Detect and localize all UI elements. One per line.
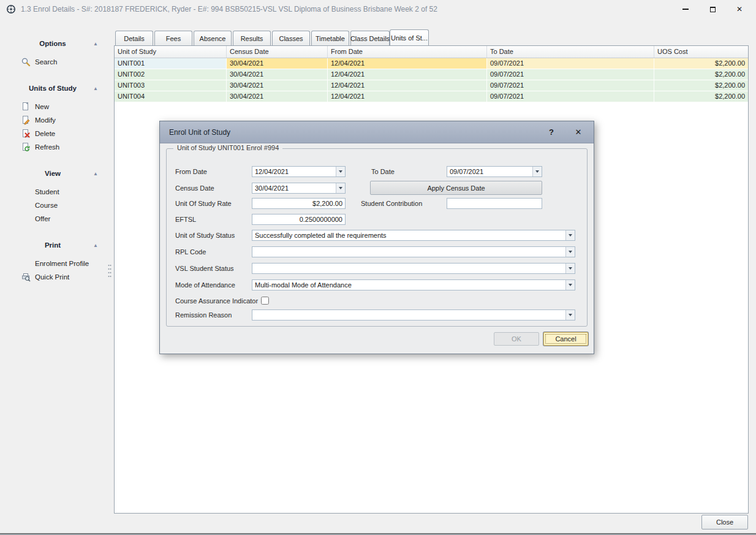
- apply-census-date-button[interactable]: Apply Census Date: [370, 181, 542, 195]
- chevron-down-icon[interactable]: [336, 183, 345, 193]
- cell-census-date[interactable]: 30/04/2021: [227, 80, 328, 91]
- from-date-input[interactable]: [252, 166, 346, 177]
- unit-of-study-status-combo[interactable]: [252, 230, 575, 241]
- chevron-down-icon[interactable]: [565, 264, 575, 273]
- sidebar-item-offer[interactable]: Offer: [0, 212, 114, 226]
- title-bar: 1.3 Enrol Details - S#: 2018187 FREDERIC…: [0, 0, 756, 18]
- search-icon: [21, 57, 31, 67]
- app-window: 1.3 Enrol Details - S#: 2018187 FREDERIC…: [0, 0, 756, 535]
- cell-uos-cost[interactable]: $2,200.00: [654, 80, 748, 91]
- cell-to-date[interactable]: 09/07/2021: [487, 69, 654, 80]
- chevron-down-icon[interactable]: [565, 280, 575, 290]
- student-contribution-input[interactable]: [447, 198, 542, 209]
- sidebar-header-print[interactable]: Print ▲: [0, 238, 114, 252]
- help-button[interactable]: ?: [545, 126, 558, 138]
- sidebar-item-enrolment-profile[interactable]: Enrolment Profile: [0, 257, 114, 270]
- table-row-unit003[interactable]: UNIT003 30/04/2021 12/04/2021 09/07/2021…: [115, 80, 748, 91]
- sidebar-header-view[interactable]: View ▲: [0, 167, 114, 180]
- blank-icon: [21, 187, 31, 197]
- sidebar-item-refresh[interactable]: Refresh: [0, 140, 114, 154]
- sidebar-header-units-of-study[interactable]: Units of Study ▲: [0, 82, 114, 95]
- minimize-icon: [682, 9, 689, 10]
- from-date-combo[interactable]: [252, 166, 346, 177]
- cancel-button[interactable]: Cancel: [543, 332, 588, 346]
- tab-details[interactable]: Details: [115, 31, 153, 45]
- cell-from-date[interactable]: 12/04/2021: [328, 69, 487, 80]
- cell-uos-cost[interactable]: $2,200.00: [654, 91, 748, 102]
- cell-from-date[interactable]: 12/04/2021: [328, 80, 487, 91]
- tab-units-of-study[interactable]: Units of St...: [390, 29, 429, 45]
- course-assurance-indicator-checkbox[interactable]: [261, 297, 269, 305]
- table-row-unit004[interactable]: UNIT004 30/04/2021 12/04/2021 09/07/2021…: [115, 91, 748, 102]
- cell-census-date[interactable]: 30/04/2021: [227, 69, 328, 80]
- tab-absence[interactable]: Absence: [194, 31, 232, 45]
- to-date-input[interactable]: [447, 166, 542, 177]
- mode-of-attendance-input[interactable]: [252, 279, 575, 290]
- cell-uos-cost[interactable]: $2,200.00: [654, 69, 748, 80]
- chevron-down-icon[interactable]: [565, 247, 575, 257]
- to-date-combo[interactable]: [447, 166, 542, 177]
- mode-of-attendance-combo[interactable]: [252, 279, 575, 290]
- cell-from-date[interactable]: 12/04/2021: [328, 58, 487, 69]
- census-date-combo[interactable]: [252, 183, 346, 194]
- cell-to-date[interactable]: 09/07/2021: [487, 58, 654, 69]
- eftsl-input[interactable]: [252, 214, 346, 225]
- tab-results[interactable]: Results: [233, 31, 271, 45]
- vsl-student-status-input[interactable]: [252, 263, 575, 274]
- minimize-button[interactable]: [680, 4, 691, 15]
- cell-census-date[interactable]: 30/04/2021: [227, 91, 328, 102]
- cell-unit[interactable]: UNIT002: [115, 69, 227, 80]
- column-header-from-date[interactable]: From Date: [328, 46, 487, 58]
- cell-from-date[interactable]: 12/04/2021: [328, 91, 487, 102]
- column-header-uos-cost[interactable]: UOS Cost: [654, 46, 748, 58]
- vsl-student-status-combo[interactable]: [252, 263, 575, 274]
- sidebar-item-new[interactable]: New: [0, 100, 114, 113]
- unit-of-study-rate-input[interactable]: [252, 198, 346, 209]
- dialog-close-button[interactable]: ✕: [572, 126, 584, 138]
- tab-fees[interactable]: Fees: [154, 31, 192, 45]
- sidebar-item-label: Student: [35, 188, 59, 195]
- sidebar-item-student[interactable]: Student: [0, 185, 114, 199]
- census-date-input[interactable]: [252, 183, 346, 194]
- chevron-up-icon: ▲: [93, 86, 98, 91]
- sidebar-item-delete[interactable]: Delete: [0, 127, 114, 140]
- table-row-unit002[interactable]: UNIT002 30/04/2021 12/04/2021 09/07/2021…: [115, 69, 748, 80]
- sidebar-item-search[interactable]: Search: [0, 55, 114, 69]
- unit-of-study-status-input[interactable]: [252, 230, 575, 241]
- cell-uos-cost[interactable]: $2,200.00: [654, 58, 748, 69]
- tab-class-details[interactable]: Class Details: [350, 31, 390, 45]
- table-row-unit001[interactable]: UNIT001 30/04/2021 12/04/2021 09/07/2021…: [115, 58, 748, 69]
- chevron-down-icon[interactable]: [565, 310, 575, 320]
- column-header-to-date[interactable]: To Date: [487, 46, 654, 58]
- to-date-label: To Date: [371, 166, 395, 177]
- sidebar-item-course[interactable]: Course: [0, 199, 114, 212]
- remission-reason-input[interactable]: [252, 309, 575, 321]
- mode-of-attendance-label: Mode of Attendance: [175, 279, 235, 290]
- chevron-up-icon: ▲: [93, 171, 98, 176]
- chevron-down-icon[interactable]: [565, 230, 575, 240]
- cell-census-date[interactable]: 30/04/2021: [227, 58, 328, 69]
- maximize-button[interactable]: [707, 4, 718, 15]
- chevron-up-icon: ▲: [93, 41, 98, 47]
- chevron-down-icon[interactable]: [532, 167, 542, 176]
- cell-unit[interactable]: UNIT004: [115, 91, 227, 102]
- close-window-button[interactable]: ✕: [734, 4, 745, 15]
- cell-unit[interactable]: UNIT001: [115, 58, 227, 69]
- cell-to-date[interactable]: 09/07/2021: [487, 91, 654, 102]
- sidebar-item-quick-print[interactable]: Quick Print: [0, 270, 114, 284]
- sidebar-item-modify[interactable]: Modify: [0, 113, 114, 127]
- sidebar-section-view: View ▲ Student Course Offer: [0, 167, 114, 226]
- rpl-code-combo[interactable]: [252, 246, 575, 257]
- sidebar-header-options[interactable]: Options ▲: [0, 37, 114, 50]
- remission-reason-combo[interactable]: [252, 309, 575, 321]
- chevron-down-icon[interactable]: [336, 167, 345, 176]
- column-header-census-date[interactable]: Census Date: [227, 46, 328, 58]
- tab-timetable[interactable]: Timetable: [311, 31, 349, 45]
- column-header-unit-of-study[interactable]: Unit of Study: [115, 46, 227, 58]
- cell-to-date[interactable]: 09/07/2021: [487, 80, 654, 91]
- rpl-code-input[interactable]: [252, 246, 575, 257]
- cell-unit[interactable]: UNIT003: [115, 80, 227, 91]
- sidebar-splitter-handle[interactable]: [107, 264, 112, 281]
- tab-classes[interactable]: Classes: [272, 31, 310, 45]
- close-button[interactable]: Close: [701, 515, 748, 529]
